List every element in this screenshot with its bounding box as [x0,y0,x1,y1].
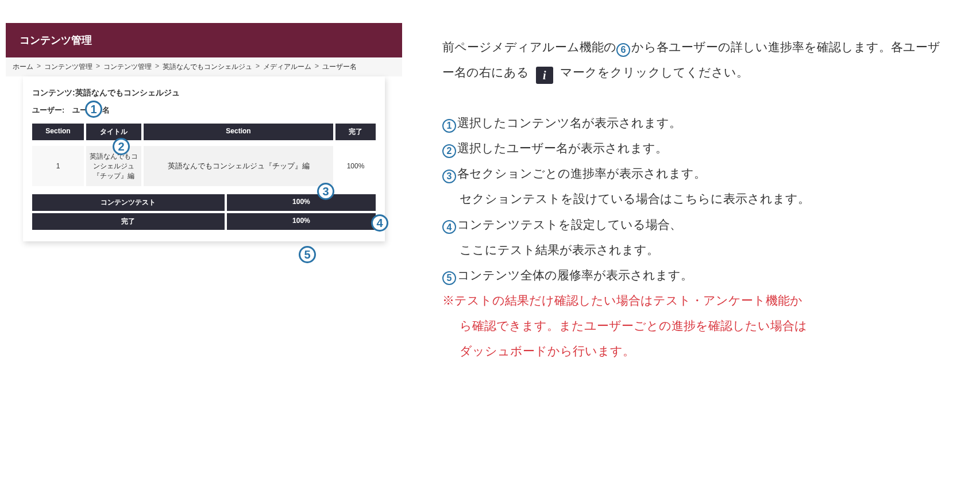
callout-ref-3: 3 [442,170,456,183]
app-header-title: コンテンツ管理 [20,34,92,46]
callout-5: 5 [299,246,316,263]
explain-text: ここにテスト結果が表示されます。 [460,243,659,256]
explanation-panel: 前ページメディアルーム機能の6から各ユーザーの詳しい進捗率を確認します。各ユーザ… [442,23,942,364]
note-line: ダッシュボードから行います。 [442,338,942,364]
breadcrumb-item[interactable]: ホーム [13,62,33,72]
note-text: ら確認できます。またユーザーごとの進捗を確認したい場合は [460,319,807,332]
note-line: ※テストの結果だけ確認したい場合はテスト・アンケート機能か [442,288,942,313]
note-line: ら確認できます。またユーザーごとの進捗を確認したい場合は [442,313,942,338]
footer-row-done: 完了 100% [32,213,376,230]
breadcrumb-item[interactable]: コンテンツ管理 [103,62,152,72]
table-row: 1 英語なんでもコンシェルジュ『チップ』編 英語なんでもコンシェルジュ『チップ』… [32,146,376,186]
footer-done-value: 100% [227,213,376,230]
footer-test-label: コンテンツテスト [32,194,225,211]
breadcrumb-item[interactable]: ユーザー名 [322,62,357,72]
callout-ref-6: 6 [616,43,630,57]
explain-line: 1選択したコンテンツ名が表示されます。 [442,110,942,136]
breadcrumb-separator: > [155,62,159,72]
intro-paragraph: 前ページメディアルーム機能の6から各ユーザーの詳しい進捗率を確認します。各ユーザ… [442,34,942,85]
callout-1: 1 [85,101,102,118]
explain-line: 3各セクションごとの進捗率が表示されます。 [442,161,942,186]
explain-line: 5コンテンツ全体の履修率が表示されます。 [442,263,942,288]
app-header: コンテンツ管理 [6,23,402,57]
intro-text: マークをクリックしてください。 [560,66,748,79]
callout-ref-1: 1 [442,119,456,133]
breadcrumb-item[interactable]: コンテンツ管理 [44,62,92,72]
explain-line-cont: ここにテスト結果が表示されます。 [442,237,942,263]
explain-text: セクションテストを設けている場合はこちらに表示されます。 [460,192,810,205]
th-section-name: Section [144,124,333,140]
note-text: ※テストの結果だけ確認したい場合はテスト・アンケート機能か [442,294,802,307]
breadcrumb-separator: > [256,62,260,72]
content-title-line: コンテンツ:英語なんでもコンシェルジュ [32,88,376,98]
explain-line: 4コンテンツテストを設定している場合、 [442,212,942,237]
callout-4: 4 [371,214,388,232]
td-section-name: 英語なんでもコンシェルジュ『チップ』編 [144,146,333,186]
footer-test-value: 100% [227,194,376,211]
breadcrumb: ホーム > コンテンツ管理 > コンテンツ管理 > 英語なんでもコンシェルジュ … [6,57,402,76]
explain-text: 各セクションごとの進捗率が表示されます。 [457,167,706,180]
app-screenshot-panel: コンテンツ管理 ホーム > コンテンツ管理 > コンテンツ管理 > 英語なんでも… [6,23,402,364]
user-label: ユーザー: [32,106,64,114]
td-done: 100% [335,146,376,186]
table-header: Section タイトル Section 完了 [32,124,376,140]
explain-text: 選択したユーザー名が表示されます。 [457,141,668,155]
breadcrumb-item[interactable]: 英語なんでもコンシェルジュ [163,62,252,72]
explain-text: 選択したコンテンツ名が表示されます。 [457,116,681,129]
explain-text: コンテンツテストを設定している場合、 [457,218,682,231]
explain-text: コンテンツ全体の履修率が表示されます。 [457,268,693,282]
td-section-num: 1 [32,146,84,186]
content-name: 英語なんでもコンシェルジュ [75,88,180,97]
callout-3: 3 [317,183,334,200]
th-section: Section [32,124,84,140]
breadcrumb-item[interactable]: メディアルーム [263,62,311,72]
note-text: ダッシュボードから行います。 [460,344,635,357]
callout-2: 2 [113,138,130,155]
td-title: 英語なんでもコンシェルジュ『チップ』編 [86,146,141,186]
th-done: 完了 [335,124,376,140]
breadcrumb-separator: > [37,62,41,72]
explain-line: 2選択したユーザー名が表示されます。 [442,136,942,161]
breadcrumb-separator: > [96,62,100,72]
th-title: タイトル [86,124,141,140]
content-label: コンテンツ: [32,88,75,97]
info-icon: i [536,67,553,84]
callout-ref-4: 4 [442,220,456,234]
intro-text: 前ページメディアルーム機能の [442,40,616,53]
user-line: ユーザー: ユーザー名 [32,105,376,116]
detail-card: コンテンツ:英語なんでもコンシェルジュ ユーザー: ユーザー名 Section … [23,76,385,241]
explain-line-cont: セクションテストを設けている場合はこちらに表示されます。 [442,186,942,211]
callout-ref-2: 2 [442,144,456,158]
footer-done-label: 完了 [32,213,225,230]
callout-ref-5: 5 [442,271,456,285]
breadcrumb-separator: > [315,62,319,72]
